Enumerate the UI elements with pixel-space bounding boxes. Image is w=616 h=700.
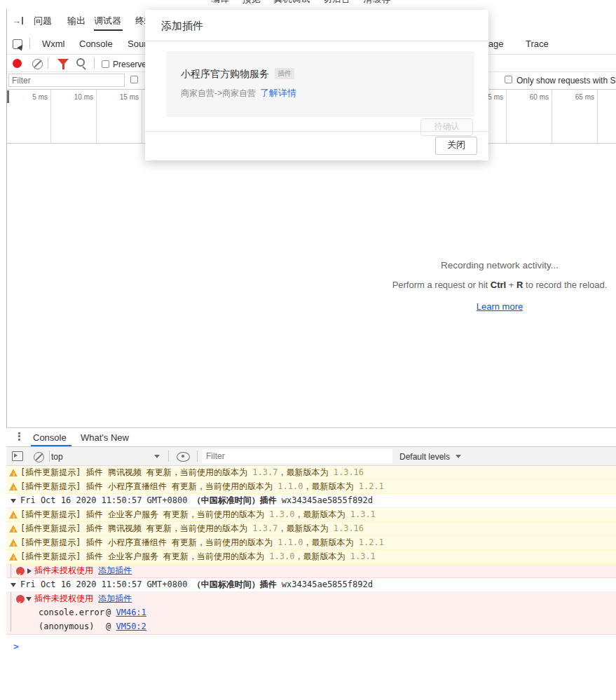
plugin-name-text: 小程序官方购物服务: [181, 68, 269, 79]
console-warning-row: [插件更新提示] 插件 小程序直播组件 有更新，当前使用的版本为 1.1.0，最…: [6, 480, 616, 494]
warn-text: [插件更新提示] 插件 企业客户服务 有更新，当前使用的版本为: [20, 551, 269, 561]
network-filter-input[interactable]: [8, 74, 125, 87]
version-current: 1.3.7: [252, 467, 278, 477]
timeline-gridline: [552, 90, 552, 144]
context-selector[interactable]: top: [51, 452, 63, 462]
filter-funnel-icon[interactable]: [57, 59, 69, 65]
cursor-glyph: [17, 43, 25, 50]
console-sidebar-icon[interactable]: [12, 451, 23, 461]
tab-output[interactable]: 输出: [67, 15, 85, 27]
error-icon: [16, 595, 25, 603]
tab-console[interactable]: Console: [79, 39, 113, 49]
learn-more-link[interactable]: Learn more: [477, 301, 523, 312]
tab-problems[interactable]: 问题: [34, 15, 52, 27]
menu-clear-cache[interactable]: 清缓存: [364, 0, 391, 4]
menu-remote-debug[interactable]: 真机调试: [273, 0, 310, 4]
version-latest: 1.3.16: [334, 523, 364, 533]
error-icon: [16, 567, 25, 575]
timeline-gridline: [142, 90, 142, 144]
menu-background[interactable]: 切后台: [323, 0, 350, 4]
record-button[interactable]: [13, 59, 22, 68]
warning-icon: [9, 511, 18, 519]
devtools-window: 编译 预览 真机调试 切后台 清缓存 → 问题 输出 调试器 终端 Wxml C…: [0, 0, 616, 700]
filter-option-checkbox[interactable]: [130, 76, 138, 83]
console-group-row: Fri Oct 16 2020 11:50:57 GMT+0800 （中国标准时…: [6, 578, 616, 592]
add-plugin-link[interactable]: 添加插件: [98, 593, 132, 603]
separator: [29, 38, 30, 49]
console-warning-row: [插件更新提示] 插件 企业客户服务 有更新，当前使用的版本为 1.3.0，最新…: [6, 508, 616, 522]
context-dropdown-icon[interactable]: [154, 455, 160, 458]
hint-pre: Perform a request or hit: [392, 280, 491, 290]
timeline-tick-label: 10 ms: [55, 93, 93, 101]
collapse-triangle-icon[interactable]: [11, 499, 16, 503]
separator: [197, 451, 198, 462]
close-button[interactable]: 关闭: [435, 137, 477, 155]
version-latest: 1.2.1: [359, 537, 384, 547]
only-show-label: Only show requests with Sa: [516, 76, 616, 85]
timeline-tick-label: 15 ms: [101, 93, 139, 101]
timeline-gridline: [50, 90, 51, 144]
plugin-name: 小程序官方购物服务插件: [181, 68, 294, 81]
plugin-detail-link[interactable]: 了解详情: [260, 88, 296, 98]
console-prompt[interactable]: >: [6, 640, 616, 654]
warn-text: ，最新版本为: [303, 537, 358, 547]
active-tab-underline: [94, 29, 123, 31]
warn-text: ，最新版本为: [303, 481, 358, 491]
timeline-tick-label: 60 ms: [511, 93, 549, 101]
dialog-divider: [145, 41, 488, 41]
warn-text: [插件更新提示] 插件 小程序直播组件 有更新，当前使用的版本为: [20, 481, 278, 491]
collapse-triangle-icon[interactable]: [11, 583, 16, 587]
group-timestamp: Fri Oct 16 2020 11:50:57 GMT+0800: [20, 579, 193, 589]
warn-text: [插件更新提示] 插件 腾讯视频 有更新，当前使用的版本为: [20, 523, 252, 533]
clear-console-icon[interactable]: [34, 452, 44, 462]
tab-wxml[interactable]: Wxml: [42, 39, 65, 49]
plugin-id: wx34345ae5855f892d: [277, 579, 373, 589]
console-group-row: Fri Oct 16 2020 11:50:57 GMT+0800 （中国标准时…: [6, 494, 616, 508]
key-ctrl: Ctrl: [491, 280, 506, 290]
preserve-log-checkbox[interactable]: [102, 60, 109, 68]
stack-at: @: [106, 608, 116, 617]
tab-debugger[interactable]: 调试器: [94, 15, 121, 27]
stack-function: (anonymous): [39, 620, 106, 633]
stack-location-link[interactable]: VM46:1: [116, 608, 146, 617]
dock-to-right-icon[interactable]: →: [12, 15, 23, 26]
tab-trace[interactable]: Trace: [526, 39, 549, 49]
collapse-triangle-icon[interactable]: [26, 597, 32, 601]
pending-confirm-button: 待确认: [420, 118, 473, 136]
plugin-card: 小程序官方购物服务插件 商家自营->商家自营了解详情 待确认: [166, 51, 474, 117]
stack-location-link[interactable]: VM50:2: [116, 622, 146, 631]
levels-dropdown-icon[interactable]: [456, 455, 461, 458]
add-plugin-link[interactable]: 添加插件: [98, 565, 132, 575]
drawer-tab-console[interactable]: Console: [33, 432, 67, 443]
drawer-tab-whats-new[interactable]: What's New: [81, 432, 129, 443]
plugin-id: wx34345ae5855f892d: [277, 495, 373, 505]
warning-icon: [9, 553, 18, 561]
log-levels-selector[interactable]: Default levels: [399, 452, 450, 462]
drawer-menu-icon[interactable]: ⋮: [14, 430, 25, 443]
warn-text: ，最新版本为: [294, 551, 350, 561]
version-current: 1.1.0: [278, 481, 303, 491]
console-error-row: 插件未授权使用 添加插件: [6, 564, 616, 578]
recording-message: Recording network activity...: [381, 260, 616, 270]
stack-at: @: [106, 622, 116, 631]
timeline-handle[interactable]: [7, 90, 9, 103]
timeline-gridline: [597, 90, 598, 144]
group-timestamp: Fri Oct 16 2020 11:50:57 GMT+0800: [20, 495, 193, 505]
version-latest: 1.3.16: [334, 467, 364, 477]
group-zone: （中国标准时间）插件: [193, 579, 277, 589]
menu-compile[interactable]: 编译: [211, 0, 229, 4]
dialog-divider: [145, 131, 488, 132]
live-expression-icon[interactable]: [177, 452, 190, 462]
clear-network-icon[interactable]: [32, 59, 43, 69]
drawer-header: Console What's New: [6, 428, 616, 446]
version-current: 1.3.7: [252, 523, 278, 533]
inspect-element-icon[interactable]: [13, 39, 22, 49]
only-show-checkbox[interactable]: [505, 76, 512, 83]
search-icon[interactable]: [76, 58, 85, 67]
dock-bar: [22, 17, 23, 25]
warn-text: ，最新版本为: [278, 523, 333, 533]
console-warning-row: [插件更新提示] 插件 腾讯视频 有更新，当前使用的版本为 1.3.7，最新版本…: [6, 522, 616, 536]
expand-triangle-icon[interactable]: [27, 568, 32, 574]
console-filter-input[interactable]: [202, 449, 392, 463]
menu-preview[interactable]: 预览: [242, 0, 261, 4]
